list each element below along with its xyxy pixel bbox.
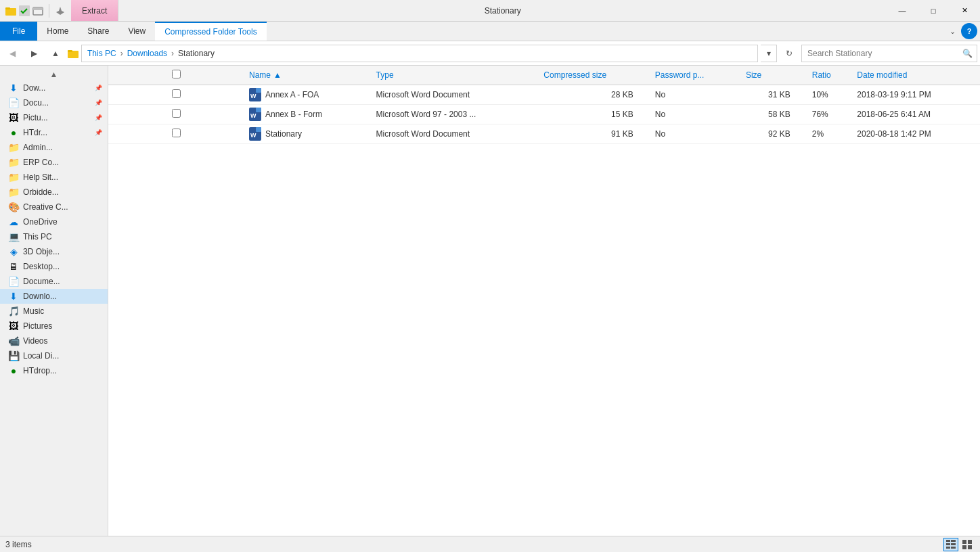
sidebar-item-videos[interactable]: 📹 Videos <box>0 334 108 348</box>
up-button[interactable]: ▲ <box>46 44 65 63</box>
sidebar-item-documents-pin[interactable]: 📄 Docu... 📌 <box>0 95 108 110</box>
select-all-checkbox[interactable] <box>172 70 181 78</box>
sidebar: ▲ ⬇ Dow... 📌 📄 Docu... 📌 🖼 Pictu... 📌 ● … <box>0 66 108 536</box>
row-date-cell: 2020-08-18 1:42 PM <box>851 124 980 144</box>
row-password-cell: No <box>650 124 740 144</box>
sidebar-item-pictures[interactable]: 🖼 Pictures <box>0 319 108 334</box>
sidebar-item-orbidde[interactable]: 📁 Orbidde... <box>0 185 108 200</box>
path-folder-icon <box>68 48 79 59</box>
tab-home[interactable]: Home <box>37 22 78 41</box>
sidebar-item-htdrop2[interactable]: ● HTdrop... <box>0 363 108 378</box>
tab-file[interactable]: File <box>0 22 37 41</box>
row-checkbox-cell[interactable] <box>108 124 244 144</box>
help-folder-icon: 📁 <box>8 172 19 183</box>
pin-indicator3: 📌 <box>95 114 102 121</box>
table-row[interactable]: W Stationary Microsoft Word Document 91 … <box>108 124 980 144</box>
address-path[interactable]: This PC › Downloads › Stationary <box>81 45 758 62</box>
svg-text:W: W <box>250 93 257 99</box>
svg-rect-25 <box>968 545 972 549</box>
file-list-table: Name ▲ Type Compressed size Password p..… <box>108 66 980 144</box>
sidebar-item-music[interactable]: 🎵 Music <box>0 304 108 319</box>
back-button[interactable]: ◀ <box>3 44 22 63</box>
sidebar-item-this-pc[interactable]: 💻 This PC <box>0 229 108 244</box>
row-password-cell: No <box>650 105 740 124</box>
search-input[interactable] <box>802 49 958 58</box>
details-view-button[interactable] <box>943 538 958 551</box>
svg-rect-22 <box>962 540 966 544</box>
minimize-button[interactable]: — <box>887 0 918 22</box>
row-file-name: Annex A - FOA <box>265 90 319 99</box>
header-ratio[interactable]: Ratio <box>807 66 852 85</box>
row-name-cell[interactable]: W Annex A - FOA <box>244 85 371 105</box>
sidebar-label: Docume... <box>23 277 60 286</box>
sidebar-item-documents[interactable]: 📄 Docume... <box>0 274 108 289</box>
search-box[interactable]: 🔍 <box>801 45 977 62</box>
sidebar-item-htdrop-pin[interactable]: ● HTdr... 📌 <box>0 125 108 140</box>
sidebar-item-3d-objects[interactable]: ◈ 3D Obje... <box>0 244 108 259</box>
tab-view[interactable]: View <box>118 22 155 41</box>
address-dropdown-button[interactable]: ▾ <box>761 45 777 62</box>
sidebar-item-erp[interactable]: 📁 ERP Co... <box>0 155 108 170</box>
sidebar-label: Orbidde... <box>23 187 59 197</box>
sidebar-label: Admin... <box>23 143 53 152</box>
ribbon-tabs: File Home Share View Compressed Folder T… <box>0 22 980 41</box>
row-name-cell[interactable]: W Stationary <box>244 124 371 144</box>
path-downloads[interactable]: Downloads <box>127 49 167 58</box>
row-checkbox-cell[interactable] <box>108 105 244 124</box>
table-row[interactable]: W Annex B - Form Microsoft Word 97 - 200… <box>108 105 980 124</box>
tab-compressed-folder-tools[interactable]: Compressed Folder Tools <box>155 22 267 41</box>
svg-rect-11 <box>256 108 261 112</box>
sidebar-label: Help Sit... <box>23 172 58 182</box>
row-checkbox-0[interactable] <box>172 89 181 98</box>
sidebar-item-help[interactable]: 📁 Help Sit... <box>0 170 108 185</box>
large-icons-view-button[interactable] <box>960 538 975 551</box>
checkmark-icon <box>19 5 30 16</box>
row-name-cell[interactable]: W Annex B - Form <box>244 105 371 124</box>
file-table-body: W Annex A - FOA Microsoft Word Document … <box>108 85 980 144</box>
ribbon-expand-icon[interactable]: ⌄ <box>950 27 956 36</box>
row-file-name: Annex B - Form <box>265 110 322 119</box>
header-size[interactable]: Size <box>740 66 807 85</box>
sidebar-label: OneDrive <box>23 217 58 227</box>
sidebar-item-local-disk[interactable]: 💾 Local Di... <box>0 348 108 363</box>
row-checkbox-cell[interactable] <box>108 85 244 105</box>
ribbon-extra: ⌄ ? <box>950 23 980 39</box>
svg-rect-17 <box>951 540 956 542</box>
svg-rect-23 <box>968 540 972 544</box>
sidebar-label: HTdrop... <box>23 366 57 375</box>
sidebar-item-pictures-pin[interactable]: 🖼 Pictu... 📌 <box>0 110 108 125</box>
sidebar-item-desktop[interactable]: 🖥 Desktop... <box>0 259 108 274</box>
refresh-button[interactable]: ↻ <box>780 44 799 63</box>
tab-share[interactable]: Share <box>78 22 118 41</box>
header-type[interactable]: Type <box>371 66 539 85</box>
search-icon-button[interactable]: 🔍 <box>958 45 977 62</box>
file-table: Name ▲ Type Compressed size Password p..… <box>108 66 980 536</box>
row-password-cell: No <box>650 85 740 105</box>
maximize-button[interactable]: □ <box>918 0 949 22</box>
pictures-icon: 🖼 <box>8 321 19 331</box>
header-name[interactable]: Name ▲ <box>244 66 371 85</box>
row-checkbox-2[interactable] <box>172 129 181 137</box>
sidebar-item-downloads-pin[interactable]: ⬇ Dow... 📌 <box>0 80 108 95</box>
status-bar: 3 items <box>0 536 980 552</box>
path-this-pc[interactable]: This PC <box>87 49 116 58</box>
header-date-modified[interactable]: Date modified <box>851 66 980 85</box>
row-date-cell: 2018-03-19 9:11 PM <box>851 85 980 105</box>
extract-tab[interactable]: Extract <box>71 0 118 21</box>
3d-objects-icon: ◈ <box>8 246 19 257</box>
ribbon-help-button[interactable]: ? <box>961 23 977 39</box>
word-file-icon: W <box>249 108 261 121</box>
header-compressed-size[interactable]: Compressed size <box>538 66 649 85</box>
sidebar-item-creative[interactable]: 🎨 Creative C... <box>0 200 108 214</box>
pin-indicator: 📌 <box>95 85 102 91</box>
forward-button[interactable]: ▶ <box>24 44 43 63</box>
sidebar-item-downloads[interactable]: ⬇ Downlo... <box>0 289 108 304</box>
table-row[interactable]: W Annex A - FOA Microsoft Word Document … <box>108 85 980 105</box>
sidebar-item-admin[interactable]: 📁 Admin... <box>0 140 108 155</box>
title-bar: Extract Stationary — □ ✕ <box>0 0 980 22</box>
row-checkbox-1[interactable] <box>172 109 181 118</box>
sidebar-scroll-up[interactable]: ▲ <box>0 68 108 80</box>
sidebar-item-onedrive[interactable]: ☁ OneDrive <box>0 214 108 229</box>
header-password-protected[interactable]: Password p... <box>650 66 740 85</box>
close-button[interactable]: ✕ <box>949 0 980 22</box>
